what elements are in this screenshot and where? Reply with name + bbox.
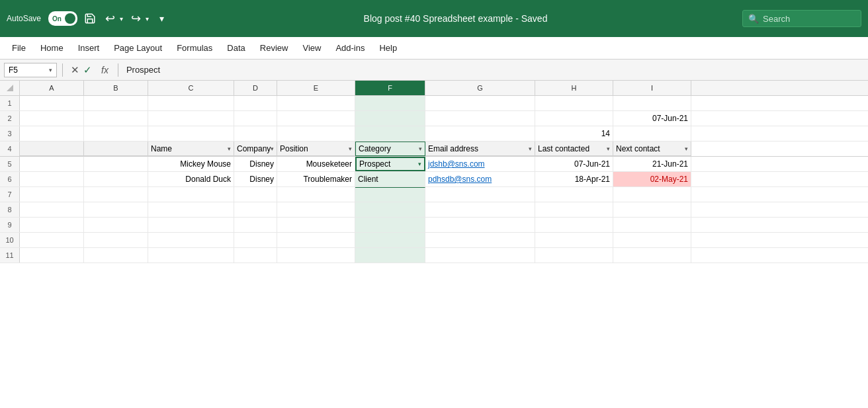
cell-h5[interactable]: 07-Jun-21 [535,157,613,171]
cell-g3[interactable] [425,126,535,141]
menu-page-layout[interactable]: Page Layout [107,40,169,56]
cell-a7[interactable] [20,187,84,202]
cell-b1[interactable] [84,96,148,110]
cell-h3[interactable]: 14 [535,126,613,141]
cell-i1[interactable] [613,96,691,110]
cell-h1[interactable] [535,96,613,110]
cell-h4[interactable]: Last contacted ▾ [535,142,613,156]
cell-f3[interactable] [355,126,425,141]
menu-addins[interactable]: Add-ins [329,40,371,56]
cell-a9[interactable] [20,218,84,232]
cell-b10[interactable] [84,233,148,247]
header-position-dropdown[interactable]: ▾ [349,145,352,152]
cell-a6[interactable] [20,172,84,186]
cell-d4[interactable]: Company ▾ [234,142,277,156]
header-lastcontacted-dropdown[interactable]: ▾ [607,145,610,152]
cell-b11[interactable] [84,248,148,263]
cell-b4[interactable] [84,142,148,156]
cell-a4[interactable] [20,142,84,156]
col-header-f[interactable]: F [355,81,425,95]
undo-dropdown-icon[interactable]: ▾ [120,15,123,22]
cell-d2[interactable] [234,111,277,126]
customize-qat-icon[interactable]: ▾ [154,11,169,26]
cell-f1[interactable] [355,96,425,110]
redo-dropdown-icon[interactable]: ▾ [146,15,149,22]
col-header-i[interactable]: I [613,81,691,95]
menu-data[interactable]: Data [220,40,251,56]
cell-i2[interactable]: 07-Jun-21 [613,111,691,126]
cell-g8[interactable] [425,202,535,217]
cancel-formula-icon[interactable]: ✕ [71,64,79,76]
cell-e8[interactable] [277,202,355,217]
save-icon[interactable] [83,11,97,26]
cell-d7[interactable] [234,187,277,202]
col-header-b[interactable]: B [84,81,148,95]
cell-e11[interactable] [277,248,355,263]
cell-i3[interactable] [613,126,691,141]
cell-e4[interactable]: Position ▾ [277,142,355,156]
cell-d11[interactable] [234,248,277,263]
cell-d3[interactable] [234,126,277,141]
cell-g7[interactable] [425,187,535,202]
cell-d8[interactable] [234,202,277,217]
cell-b8[interactable] [84,202,148,217]
header-category-dropdown[interactable]: ▾ [419,145,422,152]
cell-b6[interactable] [84,172,148,186]
cell-h2[interactable] [535,111,613,126]
cell-f8[interactable] [355,202,425,217]
cell-h11[interactable] [535,248,613,263]
cell-f7[interactable] [355,187,425,202]
cell-a1[interactable] [20,96,84,110]
cell-i6[interactable]: 02-May-21 [613,172,691,186]
menu-formulas[interactable]: Formulas [170,40,219,56]
menu-file[interactable]: File [5,40,32,56]
cell-b3[interactable] [84,126,148,141]
cell-c4[interactable]: Name ▾ [148,142,234,156]
cell-a8[interactable] [20,202,84,217]
menu-help[interactable]: Help [372,40,404,56]
cell-g6[interactable]: pdhsdb@sns.com [425,172,535,186]
cell-i4[interactable]: Next contact ▾ [613,142,691,156]
undo-icon[interactable]: ↩ [103,11,117,26]
cell-f10[interactable] [355,233,425,247]
cell-e7[interactable] [277,187,355,202]
cell-h8[interactable] [535,202,613,217]
cell-g4[interactable]: Email address ▾ [425,142,535,156]
cell-c6[interactable]: Donald Duck [148,172,234,186]
cell-c7[interactable] [148,187,234,202]
cell-a2[interactable] [20,111,84,126]
cell-e9[interactable] [277,218,355,232]
cell-b9[interactable] [84,218,148,232]
menu-review[interactable]: Review [253,40,295,56]
cell-h9[interactable] [535,218,613,232]
cell-e1[interactable] [277,96,355,110]
cell-a5[interactable] [20,157,84,171]
cell-e5[interactable]: Mouseketeer [277,157,355,171]
cell-ref-dropdown[interactable]: ▾ [49,67,52,73]
cell-f6[interactable]: Client [355,172,425,186]
cell-c2[interactable] [148,111,234,126]
redo-icon[interactable]: ↪ [128,11,143,26]
cell-c10[interactable] [148,233,234,247]
cell-c5[interactable]: Mickey Mouse [148,157,234,171]
cell-a11[interactable] [20,248,84,263]
header-email-dropdown[interactable]: ▾ [529,145,532,152]
cell-c11[interactable] [148,248,234,263]
col-header-g[interactable]: G [425,81,535,95]
col-header-h[interactable]: H [535,81,613,95]
cell-f11[interactable] [355,248,425,263]
cell-h10[interactable] [535,233,613,247]
cell-reference-box[interactable]: F5 ▾ [4,63,57,77]
menu-insert[interactable]: Insert [71,40,107,56]
cell-b5[interactable] [84,157,148,171]
cell-c9[interactable] [148,218,234,232]
header-name-dropdown[interactable]: ▾ [228,145,231,152]
cell-h6[interactable]: 18-Apr-21 [535,172,613,186]
cell-i5[interactable]: 21-Jun-21 [613,157,691,171]
menu-view[interactable]: View [296,40,327,56]
cell-d5[interactable]: Disney [234,157,277,171]
cell-b7[interactable] [84,187,148,202]
menu-home[interactable]: Home [34,40,70,56]
header-nextcontact-dropdown[interactable]: ▾ [685,145,688,152]
header-company-dropdown[interactable]: ▾ [271,145,274,152]
